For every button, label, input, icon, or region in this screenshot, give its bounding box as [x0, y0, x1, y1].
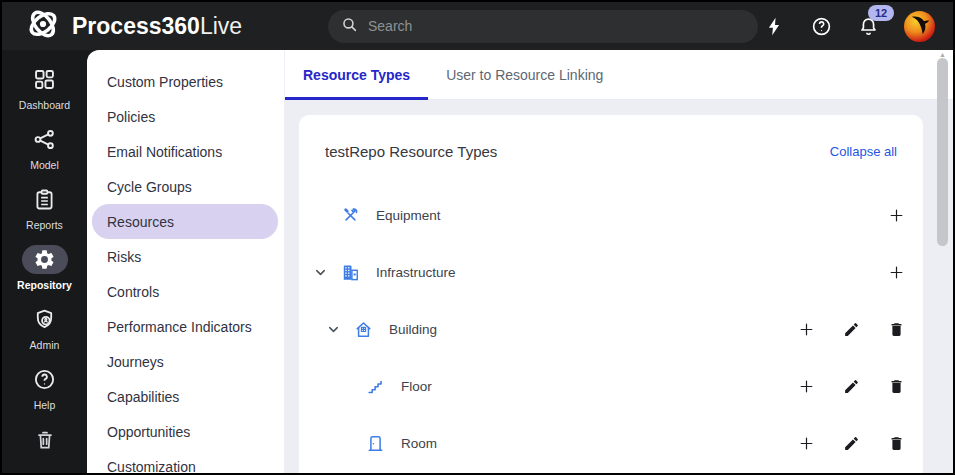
tree-row-infrastructure[interactable]: Infrastructure	[299, 244, 923, 301]
rail-item-repository[interactable]: Repository	[2, 245, 87, 291]
trash-icon[interactable]	[34, 429, 56, 455]
tab-user-to-resource-linking[interactable]: User to Resource Linking	[428, 50, 621, 99]
add-icon[interactable]	[797, 321, 815, 339]
rail-item-dashboard[interactable]: Dashboard	[2, 65, 87, 111]
rail-item-admin[interactable]: Admin	[2, 305, 87, 351]
card-header: testRepo Resource Types Collapse all	[299, 115, 923, 187]
rail-item-help[interactable]: Help	[2, 365, 87, 411]
add-icon[interactable]	[797, 435, 815, 453]
home-icon	[352, 320, 374, 339]
tree-row-floor[interactable]: Floor	[299, 358, 923, 415]
row-actions	[797, 378, 905, 396]
scrollbar-thumb[interactable]	[937, 58, 948, 246]
add-icon[interactable]	[797, 378, 815, 396]
content-area: Resource Types User to Resource Linking …	[285, 50, 953, 473]
row-actions	[887, 264, 905, 282]
door-icon	[364, 434, 386, 453]
subnav-item-custom-properties[interactable]: Custom Properties	[92, 64, 278, 99]
nav-rail: Dashboard Model Reports Repository	[2, 50, 87, 473]
search-input[interactable]	[368, 18, 745, 34]
office-building-icon	[339, 263, 361, 282]
tree-row-building[interactable]: Building	[299, 301, 923, 358]
brand: Process360Live	[26, 7, 328, 45]
subnav-item-capabilities[interactable]: Capabilities	[92, 379, 278, 414]
repository-subnav: Custom Properties Policies Email Notific…	[87, 50, 285, 473]
bell-icon[interactable]: 12	[857, 15, 879, 37]
stairs-icon	[364, 377, 386, 396]
tree-row-room[interactable]: Room	[299, 415, 923, 472]
subnav-item-risks[interactable]: Risks	[92, 239, 278, 274]
resource-tree: Equipment	[299, 187, 923, 472]
subnav-item-email-notifications[interactable]: Email Notifications	[92, 134, 278, 169]
tree-row-equipment[interactable]: Equipment	[299, 187, 923, 244]
collapse-all-link[interactable]: Collapse all	[830, 144, 897, 159]
tab-resource-types[interactable]: Resource Types	[285, 50, 428, 99]
subnav-item-cycle-groups[interactable]: Cycle Groups	[92, 169, 278, 204]
tree-label: Building	[389, 322, 437, 337]
subnav-item-resources[interactable]: Resources	[92, 204, 278, 239]
tree-label: Floor	[401, 379, 432, 394]
subnav-item-opportunities[interactable]: Opportunities	[92, 414, 278, 449]
topbar: Process360Live 12	[2, 2, 953, 50]
rail-item-reports[interactable]: Reports	[2, 185, 87, 231]
subnav-item-policies[interactable]: Policies	[92, 99, 278, 134]
gear-icon	[22, 245, 68, 274]
row-actions	[797, 321, 905, 339]
help-icon	[22, 365, 68, 394]
global-search[interactable]	[328, 10, 758, 43]
tree-label: Room	[401, 436, 437, 451]
rail-label: Reports	[26, 219, 63, 231]
add-icon[interactable]	[887, 264, 905, 282]
tabs-bar: Resource Types User to Resource Linking	[285, 50, 953, 100]
rail-item-model[interactable]: Model	[2, 125, 87, 171]
help-icon[interactable]	[810, 15, 832, 37]
dashboard-icon	[22, 65, 68, 94]
rail-label: Model	[30, 159, 59, 171]
rail-label: Repository	[17, 279, 72, 291]
edit-pencil-icon[interactable]	[842, 378, 860, 396]
delete-trash-icon[interactable]	[887, 321, 905, 339]
row-actions	[887, 207, 905, 225]
brand-logo-atom-icon	[26, 7, 60, 45]
chevron-down-icon[interactable]	[313, 265, 339, 280]
content-body: testRepo Resource Types Collapse all	[285, 100, 953, 473]
subnav-item-customization[interactable]: Customization	[92, 449, 278, 473]
chevron-down-icon[interactable]	[326, 322, 352, 337]
reports-icon	[22, 185, 68, 214]
subnav-item-performance-indicators[interactable]: Performance Indicators	[92, 309, 278, 344]
admin-shield-icon	[22, 305, 68, 334]
add-icon[interactable]	[887, 207, 905, 225]
tree-label: Equipment	[376, 208, 441, 223]
brand-name: Process360Live	[72, 13, 242, 40]
model-icon	[22, 125, 68, 154]
tools-icon	[339, 206, 361, 225]
delete-trash-icon[interactable]	[887, 435, 905, 453]
delete-trash-icon[interactable]	[887, 378, 905, 396]
lightning-icon[interactable]	[763, 15, 785, 37]
app-body: Dashboard Model Reports Repository	[2, 50, 953, 473]
edit-pencil-icon[interactable]	[842, 435, 860, 453]
subnav-item-controls[interactable]: Controls	[92, 274, 278, 309]
rail-label: Dashboard	[19, 99, 70, 111]
avatar[interactable]	[904, 11, 935, 42]
notification-badge: 12	[868, 5, 894, 21]
main-panel: Custom Properties Policies Email Notific…	[87, 50, 953, 473]
topbar-actions: 12	[763, 11, 941, 42]
edit-pencil-icon[interactable]	[842, 321, 860, 339]
resource-types-card: testRepo Resource Types Collapse all	[299, 115, 923, 473]
scrollbar-up-arrow[interactable]: ▲	[937, 51, 948, 58]
rail-label: Help	[34, 399, 56, 411]
subnav-item-journeys[interactable]: Journeys	[92, 344, 278, 379]
search-icon	[341, 16, 358, 37]
rail-label: Admin	[30, 339, 60, 351]
card-title: testRepo Resource Types	[325, 143, 497, 160]
row-actions	[797, 435, 905, 453]
tree-label: Infrastructure	[376, 265, 456, 280]
app-window: Process360Live 12	[0, 0, 955, 475]
